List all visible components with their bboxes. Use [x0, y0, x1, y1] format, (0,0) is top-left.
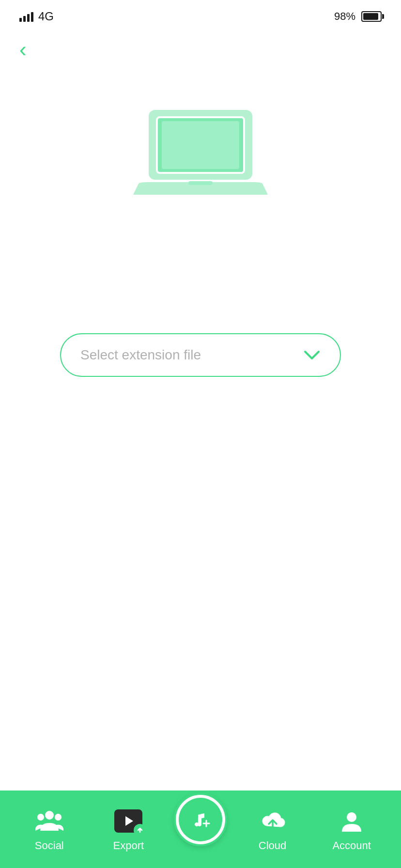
export-label: Export [113, 839, 144, 852]
battery-icon [361, 11, 382, 22]
back-button[interactable]: ‹ [0, 29, 401, 70]
status-right: 98% [334, 10, 382, 23]
svg-rect-3 [188, 181, 213, 185]
status-bar: 4G 98% [0, 0, 401, 29]
select-extension-dropdown[interactable]: Select extension file [60, 333, 341, 377]
fab-button-inner [179, 798, 222, 841]
cloud-label: Cloud [259, 839, 286, 852]
fab-button-outer[interactable] [174, 793, 227, 846]
signal-icon [19, 11, 33, 22]
chevron-down-icon [303, 346, 321, 364]
select-extension-container: Select extension file [60, 333, 341, 377]
laptop-icon [128, 99, 273, 205]
signal-bar-1 [19, 18, 22, 22]
signal-bar-3 [27, 14, 30, 22]
svg-point-5 [37, 814, 44, 821]
svg-point-6 [55, 814, 62, 821]
svg-point-4 [45, 811, 54, 820]
fab-add-button[interactable] [174, 793, 227, 846]
bottom-nav: Social Export [0, 790, 401, 868]
battery-fill [363, 13, 378, 20]
svg-point-8 [347, 812, 356, 822]
laptop-illustration [128, 99, 273, 207]
back-chevron-icon[interactable]: ‹ [19, 39, 27, 60]
nav-item-export[interactable]: Export [94, 806, 162, 852]
status-left: 4G [19, 10, 54, 23]
svg-marker-7 [125, 816, 133, 826]
select-placeholder: Select extension file [80, 347, 201, 363]
svg-rect-2 [162, 121, 239, 169]
main-content: Select extension file [0, 70, 401, 790]
account-label: Account [332, 839, 371, 852]
battery-percent: 98% [334, 10, 355, 23]
account-icon [337, 806, 366, 836]
nav-item-cloud[interactable]: Cloud [239, 806, 307, 852]
nav-item-social[interactable]: Social [15, 806, 83, 852]
social-label: Social [35, 839, 64, 852]
network-type: 4G [38, 10, 54, 23]
social-icon [35, 806, 64, 836]
export-icon [114, 806, 143, 836]
signal-bar-4 [31, 12, 33, 22]
signal-bar-2 [23, 16, 26, 22]
nav-item-account[interactable]: Account [318, 806, 386, 852]
cloud-icon [258, 806, 287, 836]
